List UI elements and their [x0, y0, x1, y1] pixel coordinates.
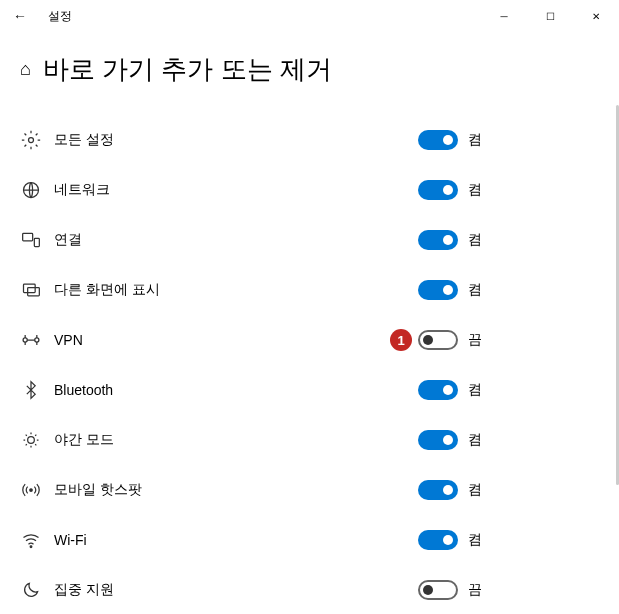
list-item: 연결 켬: [20, 215, 599, 265]
item-label: VPN: [54, 332, 83, 348]
maximize-button[interactable]: ☐: [527, 0, 573, 32]
svg-point-6: [23, 338, 27, 342]
arrow-left-icon: ←: [13, 8, 27, 24]
toggle-night-light[interactable]: [418, 430, 458, 450]
titlebar: ← 설정 ─ ☐ ✕: [0, 0, 619, 32]
list-item: VPN 1 끔: [20, 315, 599, 365]
toggle-state-label: 켬: [468, 281, 482, 299]
window-controls: ─ ☐ ✕: [481, 0, 619, 32]
annotation-badge: 1: [390, 329, 412, 351]
app-title: 설정: [48, 8, 72, 25]
item-label: 연결: [54, 231, 82, 249]
toggle-network[interactable]: [418, 180, 458, 200]
vpn-shield-icon: [20, 329, 42, 351]
connect-devices-icon: [20, 229, 42, 251]
svg-rect-3: [34, 238, 39, 246]
hotspot-icon: [20, 479, 42, 501]
minimize-button[interactable]: ─: [481, 0, 527, 32]
svg-point-0: [29, 138, 34, 143]
back-button[interactable]: ←: [8, 4, 32, 28]
toggle-state-label: 켬: [468, 381, 482, 399]
svg-rect-4: [24, 284, 36, 292]
settings-list: 모든 설정 켬 네트워크 켬 연결 켬: [20, 115, 599, 614]
svg-point-10: [30, 546, 32, 548]
svg-rect-5: [28, 288, 40, 296]
focus-assist-icon: [20, 579, 42, 601]
toggle-state-label: 끔: [468, 581, 482, 599]
list-item: 네트워크 켬: [20, 165, 599, 215]
list-item: 모든 설정 켬: [20, 115, 599, 165]
close-button[interactable]: ✕: [573, 0, 619, 32]
item-label: 네트워크: [54, 181, 110, 199]
home-icon[interactable]: ⌂: [20, 59, 31, 80]
toggle-state-label: 켬: [468, 231, 482, 249]
item-label: 모든 설정: [54, 131, 114, 149]
toggle-state-label: 켬: [468, 131, 482, 149]
bluetooth-icon: [20, 379, 42, 401]
toggle-state-label: 끔: [468, 331, 482, 349]
list-item: 모바일 핫스팟 켬: [20, 465, 599, 515]
network-globe-icon: [20, 179, 42, 201]
svg-point-8: [28, 437, 35, 444]
list-item: Wi-Fi 켬: [20, 515, 599, 565]
settings-gear-icon: [20, 129, 42, 151]
titlebar-left: ← 설정: [8, 4, 72, 28]
item-label: 야간 모드: [54, 431, 114, 449]
page-header: ⌂ 바로 가기 추가 또는 제거: [20, 52, 599, 87]
svg-point-7: [35, 338, 39, 342]
toggle-wifi[interactable]: [418, 530, 458, 550]
toggle-state-label: 켬: [468, 431, 482, 449]
toggle-connect[interactable]: [418, 230, 458, 250]
list-item: 집중 지원 끔: [20, 565, 599, 614]
list-item: Bluetooth 켬: [20, 365, 599, 415]
toggle-state-label: 켬: [468, 531, 482, 549]
svg-point-9: [30, 489, 33, 492]
toggle-state-label: 켬: [468, 181, 482, 199]
content-area: ⌂ 바로 가기 추가 또는 제거 모든 설정 켬 네트워크 켬: [0, 32, 619, 614]
toggle-vpn[interactable]: [418, 330, 458, 350]
project-screen-icon: [20, 279, 42, 301]
toggle-all-settings[interactable]: [418, 130, 458, 150]
list-item: 야간 모드 켬: [20, 415, 599, 465]
list-item: 다른 화면에 표시 켬: [20, 265, 599, 315]
wifi-icon: [20, 529, 42, 551]
toggle-state-label: 켬: [468, 481, 482, 499]
item-label: 모바일 핫스팟: [54, 481, 142, 499]
item-label: 다른 화면에 표시: [54, 281, 160, 299]
night-light-icon: [20, 429, 42, 451]
item-label: Wi-Fi: [54, 532, 87, 548]
toggle-hotspot[interactable]: [418, 480, 458, 500]
item-label: Bluetooth: [54, 382, 113, 398]
item-label: 집중 지원: [54, 581, 114, 599]
toggle-bluetooth[interactable]: [418, 380, 458, 400]
toggle-project[interactable]: [418, 280, 458, 300]
toggle-focus-assist[interactable]: [418, 580, 458, 600]
page-title: 바로 가기 추가 또는 제거: [43, 52, 332, 87]
svg-rect-2: [23, 233, 33, 241]
